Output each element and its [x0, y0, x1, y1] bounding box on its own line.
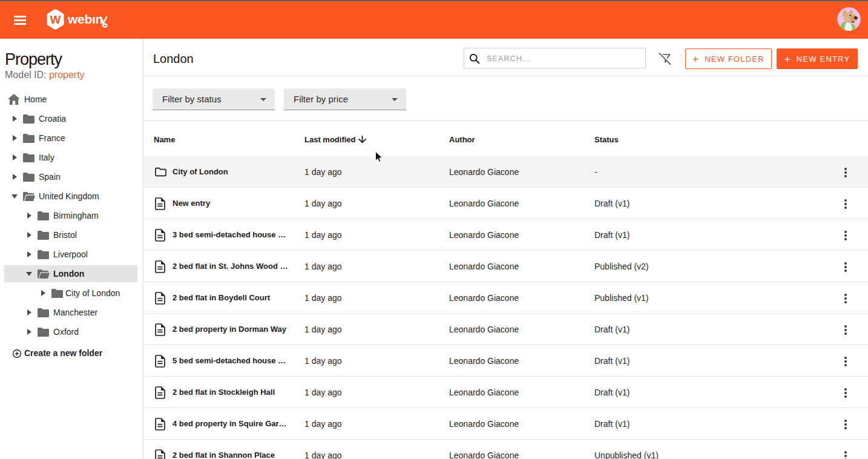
svg-text:W: W [50, 13, 61, 26]
